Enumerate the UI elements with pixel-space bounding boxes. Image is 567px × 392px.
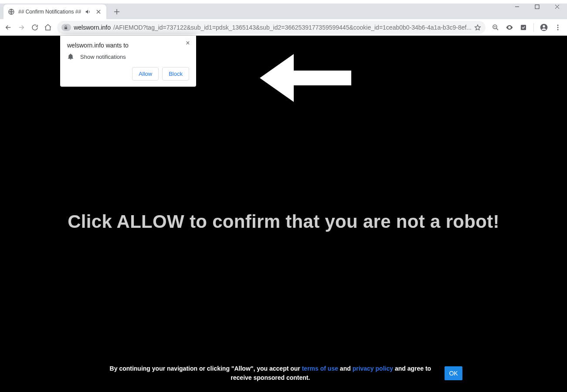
- tab-strip: ## Confirm Notifications ##: [0, 3, 567, 19]
- terms-of-use-link[interactable]: terms of use: [302, 365, 338, 372]
- pointing-arrow: [260, 54, 351, 111]
- address-bar[interactable]: welsworn.info /AFIEMOD?tag_id=737122&sub…: [57, 21, 486, 34]
- svg-rect-2: [65, 27, 67, 29]
- permission-item-label: Show notifications: [80, 54, 126, 60]
- svg-point-6: [543, 25, 545, 27]
- window-titlebar: [0, 0, 567, 3]
- svg-marker-10: [260, 54, 351, 102]
- zoom-icon[interactable]: [489, 21, 502, 34]
- svg-point-9: [557, 29, 559, 30]
- globe-icon: [8, 8, 15, 15]
- profile-icon[interactable]: [537, 21, 550, 34]
- forward-button[interactable]: [16, 21, 27, 34]
- window-controls: [507, 0, 567, 16]
- svg-rect-4: [521, 25, 526, 30]
- site-info-chip[interactable]: [61, 24, 71, 31]
- consent-pre: By continuing your navigation or clickin…: [110, 365, 302, 372]
- toolbar-separator: [533, 23, 534, 32]
- tab-title: ## Confirm Notifications ##: [18, 9, 81, 15]
- tab-close-icon[interactable]: [95, 8, 102, 15]
- home-button[interactable]: [42, 21, 54, 34]
- window-minimize-button[interactable]: [507, 0, 527, 13]
- audio-playing-icon[interactable]: [85, 8, 92, 15]
- browser-tab[interactable]: ## Confirm Notifications ##: [3, 4, 106, 19]
- consent-footer: By continuing your navigation or clickin…: [0, 364, 567, 382]
- allow-button[interactable]: Allow: [132, 67, 159, 81]
- svg-rect-1: [535, 5, 539, 9]
- consent-text: By continuing your navigation or clickin…: [105, 364, 436, 382]
- extension-icon[interactable]: [517, 21, 530, 34]
- window-maximize-button[interactable]: [527, 0, 547, 13]
- browser-toolbar: welsworn.info /AFIEMOD?tag_id=737122&sub…: [0, 19, 567, 36]
- menu-dots-icon[interactable]: [551, 21, 564, 34]
- lock-icon: [63, 25, 68, 30]
- window-close-button[interactable]: [547, 0, 567, 13]
- bell-icon: [67, 53, 74, 60]
- bookmark-star-icon[interactable]: [474, 24, 481, 31]
- svg-point-7: [557, 24, 559, 26]
- privacy-policy-link[interactable]: privacy policy: [353, 365, 393, 372]
- permission-title: welsworn.info wants to: [67, 42, 189, 49]
- new-tab-button[interactable]: [111, 6, 123, 18]
- reload-button[interactable]: [29, 21, 41, 34]
- ok-button[interactable]: OK: [445, 366, 462, 380]
- close-icon[interactable]: ×: [183, 38, 193, 48]
- page-content: × welsworn.info wants to Show notificati…: [0, 36, 567, 392]
- eye-icon[interactable]: [503, 21, 516, 34]
- url-domain: welsworn.info: [74, 24, 111, 31]
- block-button[interactable]: Block: [162, 67, 189, 81]
- toolbar-right-icons: [489, 21, 564, 34]
- notification-permission-prompt: × welsworn.info wants to Show notificati…: [60, 36, 196, 87]
- svg-point-8: [557, 27, 559, 28]
- url-path: /AFIEMOD?tag_id=737122&sub_id1=pdsk_1365…: [113, 24, 472, 31]
- permission-item-row: Show notifications: [67, 53, 189, 60]
- back-button[interactable]: [3, 21, 14, 34]
- consent-mid: and: [338, 365, 353, 372]
- headline-text: Click ALLOW to confirm that you are not …: [0, 211, 567, 232]
